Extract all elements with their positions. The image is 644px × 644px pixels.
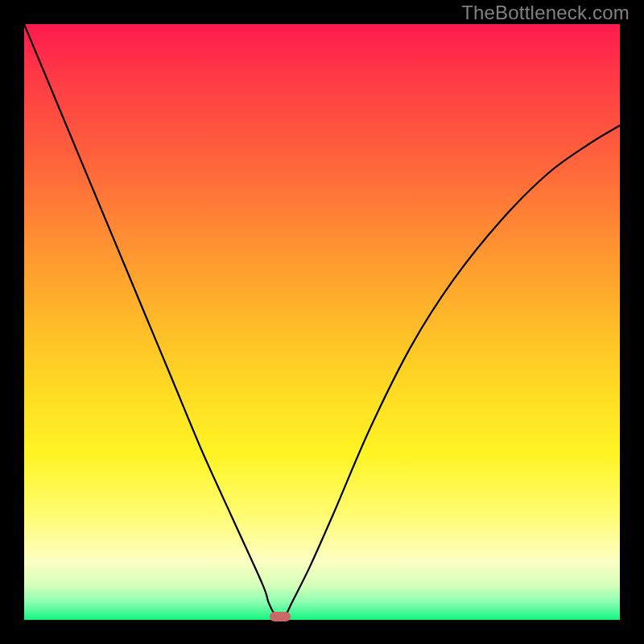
frame: TheBottleneck.com xyxy=(0,0,644,644)
curve-svg xyxy=(24,24,620,620)
min-marker xyxy=(270,612,291,621)
watermark-text: TheBottleneck.com xyxy=(461,2,630,24)
bottleneck-curve xyxy=(24,24,620,620)
plot-area xyxy=(24,24,620,620)
